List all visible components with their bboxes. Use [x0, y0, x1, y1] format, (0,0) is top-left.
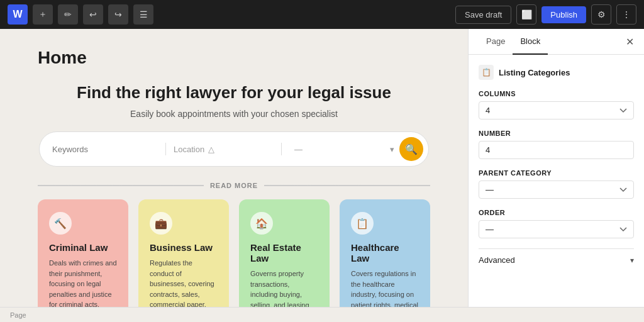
bottom-bar-label: Page: [10, 311, 26, 319]
order-label: ORDER: [479, 209, 634, 216]
card-icon-healthcare: 📋: [351, 212, 374, 235]
category-card-realestate: 🏠 Real Estate Law Governs property trans…: [239, 199, 330, 307]
add-block-toolbar-button[interactable]: ＋: [33, 4, 53, 25]
preview-button[interactable]: ⬜: [516, 4, 536, 25]
wp-logo: W: [8, 4, 28, 25]
search-keywords-input[interactable]: [52, 145, 158, 154]
page-title: Home: [38, 48, 430, 68]
search-divider-2: [281, 143, 282, 155]
parent-category-field: PARENT CATEGORY —: [479, 169, 634, 199]
categories-grid: 🔨 Criminal Law Deals with crimes and the…: [38, 199, 430, 307]
hero-title: Find the right lawyer for your legal iss…: [38, 83, 430, 103]
settings-button[interactable]: ⚙: [591, 4, 611, 25]
card-title-criminal: Criminal Law: [49, 242, 117, 253]
panel-body: 📋 Listing Categories COLUMNS 4 1 2 3 NUM…: [469, 55, 644, 307]
card-icon-criminal: 🔨: [49, 212, 72, 235]
hero-section: Find the right lawyer for your legal iss…: [38, 83, 430, 167]
number-input[interactable]: [479, 141, 634, 159]
panel-tabs: Page Block ✕: [469, 29, 644, 55]
card-title-healthcare: Healthcare Law: [351, 242, 419, 264]
list-view-button[interactable]: ☰: [133, 4, 153, 25]
search-dropdown[interactable]: — ▾: [289, 145, 399, 154]
panel-close-button[interactable]: ✕: [626, 36, 634, 48]
search-bar: Location △ — ▾ 🔍: [39, 131, 429, 167]
location-placeholder: Location: [174, 145, 204, 154]
number-field: NUMBER: [479, 130, 634, 159]
listing-categories-icon: 📋: [479, 65, 494, 80]
toolbar-left: W ＋ ✏ ↩ ↪ ☰: [8, 4, 153, 25]
columns-field: COLUMNS 4 1 2 3: [479, 90, 634, 119]
number-label: NUMBER: [479, 130, 634, 137]
more-options-button[interactable]: ⋮: [616, 4, 636, 25]
bottom-bar: Page: [0, 307, 644, 322]
search-location-field[interactable]: Location △: [174, 145, 274, 154]
columns-label: COLUMNS: [479, 90, 634, 97]
panel-section-title: 📋 Listing Categories: [479, 65, 634, 80]
save-draft-button[interactable]: Save draft: [455, 6, 511, 24]
card-desc-business: Regulates the conduct of businesses, cov…: [150, 258, 218, 307]
undo-button[interactable]: ↩: [83, 4, 103, 25]
card-icon-realestate: 🏠: [250, 212, 273, 235]
columns-select[interactable]: 4 1 2 3: [479, 101, 634, 119]
tab-block[interactable]: Block: [513, 29, 548, 55]
read-more-divider: READ MORE: [38, 182, 430, 189]
panel-section-name: Listing Categories: [499, 68, 570, 77]
parent-category-select[interactable]: —: [479, 180, 634, 199]
card-title-business: Business Law: [150, 242, 218, 253]
toolbar: W ＋ ✏ ↩ ↪ ☰ Save draft ⬜ Publish ⚙ ⋮: [0, 0, 644, 29]
card-desc-realestate: Governs property transactions, including…: [250, 269, 318, 307]
card-title-realestate: Real Estate Law: [250, 242, 318, 264]
read-more-label: READ MORE: [210, 182, 258, 189]
chevron-down-icon: ▾: [390, 145, 394, 154]
advanced-section[interactable]: Advanced ▾: [479, 248, 634, 271]
right-panel: Page Block ✕ 📋 Listing Categories COLUMN…: [468, 29, 644, 307]
redo-button[interactable]: ↪: [108, 4, 128, 25]
dropdown-placeholder: —: [294, 145, 303, 154]
hero-subtitle: Easily book appointments with your chose…: [38, 109, 430, 119]
canvas-area: Home Find the right lawyer for your lega…: [0, 29, 468, 307]
publish-button[interactable]: Publish: [541, 6, 586, 23]
main-layout: Home Find the right lawyer for your lega…: [0, 29, 644, 307]
parent-category-label: PARENT CATEGORY: [479, 169, 634, 177]
search-divider: [165, 143, 166, 155]
card-desc-healthcare: Covers regulations in the healthcare ind…: [351, 269, 419, 307]
category-card-criminal: 🔨 Criminal Law Deals with crimes and the…: [38, 199, 128, 307]
advanced-label: Advanced: [479, 255, 515, 265]
card-desc-criminal: Deals with crimes and their punishment, …: [49, 258, 117, 307]
chevron-down-icon: ▾: [630, 256, 634, 265]
tab-page[interactable]: Page: [479, 29, 513, 55]
search-submit-button[interactable]: 🔍: [399, 137, 423, 161]
order-select[interactable]: —: [479, 220, 634, 238]
toolbar-right: Save draft ⬜ Publish ⚙ ⋮: [455, 4, 636, 25]
order-field: ORDER —: [479, 209, 634, 238]
card-icon-business: 💼: [150, 212, 172, 235]
edit-toolbar-button[interactable]: ✏: [58, 4, 78, 25]
location-icon: △: [208, 145, 214, 154]
category-card-business: 💼 Business Law Regulates the conduct of …: [138, 199, 229, 307]
category-card-healthcare: 📋 Healthcare Law Covers regulations in t…: [340, 199, 430, 307]
